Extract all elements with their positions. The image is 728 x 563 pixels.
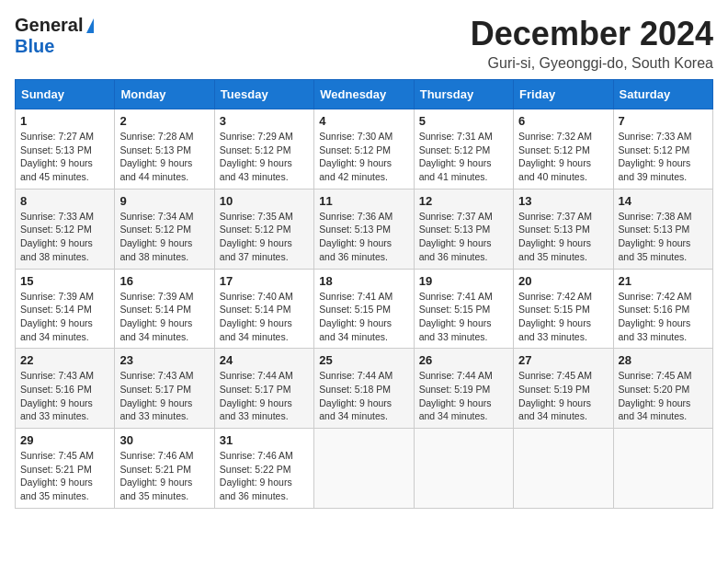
day-number: 4 [319,114,408,128]
calendar-cell: 3Sunrise: 7:29 AMSunset: 5:12 PMDaylight… [214,109,313,190]
day-number: 9 [119,194,209,208]
title-area: December 2024 Guri-si, Gyeonggi-do, Sout… [471,15,713,72]
calendar-cell: 4Sunrise: 7:30 AMSunset: 5:12 PMDaylight… [314,109,414,190]
day-number: 12 [419,194,508,208]
day-number: 5 [419,114,508,128]
calendar-header: SundayMondayTuesdayWednesdayThursdayFrid… [16,80,713,109]
logo-general-text: General [15,15,83,36]
day-info: Sunrise: 7:33 AMSunset: 5:12 PMDaylight:… [20,210,109,264]
day-number: 15 [20,274,109,288]
day-info: Sunrise: 7:37 AMSunset: 5:13 PMDaylight:… [518,210,608,264]
day-number: 17 [220,274,309,288]
calendar-cell: 19Sunrise: 7:41 AMSunset: 5:15 PMDayligh… [414,269,513,349]
days-header-row: SundayMondayTuesdayWednesdayThursdayFrid… [16,80,713,109]
calendar-cell: 20Sunrise: 7:42 AMSunset: 5:15 PMDayligh… [514,269,613,349]
calendar-cell: 29Sunrise: 7:45 AMSunset: 5:21 PMDayligh… [16,429,115,509]
calendar-cell: 10Sunrise: 7:35 AMSunset: 5:12 PMDayligh… [214,189,313,269]
day-info: Sunrise: 7:45 AMSunset: 5:21 PMDaylight:… [20,449,109,503]
calendar-cell: 25Sunrise: 7:44 AMSunset: 5:18 PMDayligh… [314,349,414,429]
calendar-cell: 24Sunrise: 7:44 AMSunset: 5:17 PMDayligh… [214,349,313,429]
calendar-cell [314,429,414,509]
calendar-cell: 11Sunrise: 7:36 AMSunset: 5:13 PMDayligh… [314,189,414,269]
day-info: Sunrise: 7:42 AMSunset: 5:16 PMDaylight:… [619,290,708,344]
calendar-cell: 28Sunrise: 7:45 AMSunset: 5:20 PMDayligh… [613,349,712,429]
day-info: Sunrise: 7:32 AMSunset: 5:12 PMDaylight:… [518,130,608,184]
calendar-cell: 30Sunrise: 7:46 AMSunset: 5:21 PMDayligh… [115,429,214,509]
calendar-cell: 12Sunrise: 7:37 AMSunset: 5:13 PMDayligh… [414,189,513,269]
day-number: 6 [518,114,608,128]
calendar-cell: 27Sunrise: 7:45 AMSunset: 5:19 PMDayligh… [514,349,613,429]
day-info: Sunrise: 7:27 AMSunset: 5:13 PMDaylight:… [20,130,109,184]
day-header-monday: Monday [115,80,214,109]
day-info: Sunrise: 7:45 AMSunset: 5:20 PMDaylight:… [619,369,708,423]
calendar-cell: 21Sunrise: 7:42 AMSunset: 5:16 PMDayligh… [613,269,712,349]
day-info: Sunrise: 7:39 AMSunset: 5:14 PMDaylight:… [119,290,209,344]
day-info: Sunrise: 7:33 AMSunset: 5:12 PMDaylight:… [619,130,708,184]
day-info: Sunrise: 7:44 AMSunset: 5:17 PMDaylight:… [220,369,309,423]
calendar-week-row: 22Sunrise: 7:43 AMSunset: 5:16 PMDayligh… [16,349,713,429]
calendar-cell: 9Sunrise: 7:34 AMSunset: 5:12 PMDaylight… [115,189,214,269]
day-header-tuesday: Tuesday [214,80,313,109]
day-info: Sunrise: 7:38 AMSunset: 5:13 PMDaylight:… [619,210,708,264]
calendar-cell: 16Sunrise: 7:39 AMSunset: 5:14 PMDayligh… [115,269,214,349]
day-info: Sunrise: 7:44 AMSunset: 5:19 PMDaylight:… [419,369,508,423]
day-info: Sunrise: 7:46 AMSunset: 5:21 PMDaylight:… [119,449,209,503]
day-number: 21 [619,274,708,288]
day-info: Sunrise: 7:45 AMSunset: 5:19 PMDaylight:… [518,369,608,423]
calendar-cell: 1Sunrise: 7:27 AMSunset: 5:13 PMDaylight… [16,109,115,190]
calendar-cell: 2Sunrise: 7:28 AMSunset: 5:13 PMDaylight… [115,109,214,190]
day-info: Sunrise: 7:42 AMSunset: 5:15 PMDaylight:… [518,290,608,344]
calendar-cell: 8Sunrise: 7:33 AMSunset: 5:12 PMDaylight… [16,189,115,269]
page-header: General Blue December 2024 Guri-si, Gyeo… [15,15,713,72]
day-info: Sunrise: 7:36 AMSunset: 5:13 PMDaylight:… [319,210,408,264]
day-info: Sunrise: 7:39 AMSunset: 5:14 PMDaylight:… [20,290,109,344]
day-header-saturday: Saturday [613,80,712,109]
calendar-body: 1Sunrise: 7:27 AMSunset: 5:13 PMDaylight… [16,109,713,509]
day-header-friday: Friday [514,80,613,109]
day-number: 27 [518,353,608,367]
calendar-cell: 17Sunrise: 7:40 AMSunset: 5:14 PMDayligh… [214,269,313,349]
day-number: 3 [220,114,309,128]
day-number: 16 [119,274,209,288]
calendar-cell: 15Sunrise: 7:39 AMSunset: 5:14 PMDayligh… [16,269,115,349]
calendar-cell: 6Sunrise: 7:32 AMSunset: 5:12 PMDaylight… [514,109,613,190]
calendar-cell [514,429,613,509]
day-number: 22 [20,353,109,367]
calendar-cell: 26Sunrise: 7:44 AMSunset: 5:19 PMDayligh… [414,349,513,429]
page-title: December 2024 [471,15,713,53]
day-number: 13 [518,194,608,208]
calendar-week-row: 1Sunrise: 7:27 AMSunset: 5:13 PMDaylight… [16,109,713,190]
day-info: Sunrise: 7:40 AMSunset: 5:14 PMDaylight:… [220,290,309,344]
day-header-thursday: Thursday [414,80,513,109]
day-number: 8 [20,194,109,208]
calendar-cell: 23Sunrise: 7:43 AMSunset: 5:17 PMDayligh… [115,349,214,429]
calendar-table: SundayMondayTuesdayWednesdayThursdayFrid… [15,79,713,509]
day-info: Sunrise: 7:29 AMSunset: 5:12 PMDaylight:… [220,130,309,184]
day-info: Sunrise: 7:35 AMSunset: 5:12 PMDaylight:… [220,210,309,264]
day-info: Sunrise: 7:37 AMSunset: 5:13 PMDaylight:… [419,210,508,264]
day-number: 20 [518,274,608,288]
day-info: Sunrise: 7:46 AMSunset: 5:22 PMDaylight:… [220,449,309,503]
day-info: Sunrise: 7:43 AMSunset: 5:16 PMDaylight:… [20,369,109,423]
day-number: 26 [419,353,508,367]
calendar-cell: 7Sunrise: 7:33 AMSunset: 5:12 PMDaylight… [613,109,712,190]
day-header-sunday: Sunday [16,80,115,109]
day-number: 29 [20,433,109,447]
day-info: Sunrise: 7:30 AMSunset: 5:12 PMDaylight:… [319,130,408,184]
day-number: 11 [319,194,408,208]
day-number: 7 [619,114,708,128]
logo-triangle-icon [86,18,94,33]
day-info: Sunrise: 7:34 AMSunset: 5:12 PMDaylight:… [119,210,209,264]
day-info: Sunrise: 7:43 AMSunset: 5:17 PMDaylight:… [119,369,209,423]
day-number: 30 [119,433,209,447]
calendar-cell [414,429,513,509]
page-subtitle: Guri-si, Gyeonggi-do, South Korea [471,55,713,72]
calendar-cell: 31Sunrise: 7:46 AMSunset: 5:22 PMDayligh… [214,429,313,509]
calendar-cell [613,429,712,509]
day-info: Sunrise: 7:31 AMSunset: 5:12 PMDaylight:… [419,130,508,184]
day-number: 31 [220,433,309,447]
logo-top: General [15,15,94,36]
day-header-wednesday: Wednesday [314,80,414,109]
day-number: 24 [220,353,309,367]
calendar-cell: 5Sunrise: 7:31 AMSunset: 5:12 PMDaylight… [414,109,513,190]
